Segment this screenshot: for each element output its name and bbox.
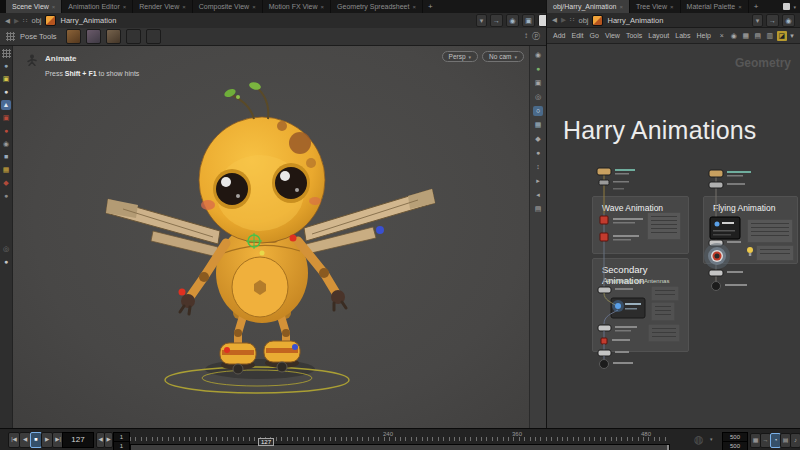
timeline-ruler[interactable] <box>130 437 668 441</box>
jump-icon[interactable]: → <box>766 14 779 27</box>
shelf-tool-icon[interactable]: ● <box>1 87 11 97</box>
close-icon[interactable]: × <box>412 4 416 10</box>
network-canvas[interactable]: Geometry Harry Animations Wave Animation… <box>547 44 800 428</box>
sticky-note[interactable] <box>648 324 680 342</box>
menu-add[interactable]: Add <box>553 32 565 39</box>
wave-node-chain[interactable] <box>597 168 643 287</box>
tab-animation-editor[interactable]: Animation Editor × <box>62 0 133 13</box>
background-image-icon[interactable]: ▦ <box>533 120 543 130</box>
close-icon[interactable]: × <box>252 4 256 10</box>
pose-tool-icon-1[interactable] <box>66 29 81 44</box>
view-option-icon[interactable]: ▤ <box>533 204 543 214</box>
new-tab-button[interactable]: + <box>749 0 764 13</box>
lock-camera-icon[interactable]: ▣ <box>533 78 543 88</box>
sticky-note[interactable] <box>747 219 793 243</box>
path-dropdown-icon[interactable]: ▾ <box>476 14 487 27</box>
select-arrow-icon[interactable]: ▲ <box>1 100 11 110</box>
camera-persp-menu[interactable]: Persp ▾ <box>442 51 479 62</box>
jump-icon[interactable]: → <box>490 14 503 27</box>
menu-help[interactable]: Help <box>696 32 710 39</box>
new-tab-button[interactable]: + <box>423 0 438 13</box>
pose-tool-icon-2[interactable] <box>86 29 101 44</box>
menu-layout[interactable]: Layout <box>648 32 669 39</box>
path-pin-icon[interactable]: ∷ <box>23 17 27 25</box>
list-icon[interactable]: ▤ <box>753 31 763 41</box>
shelf-tool-icon[interactable]: ◆ <box>1 178 11 188</box>
playback-range-slider[interactable] <box>130 444 670 450</box>
flying-node-chain[interactable] <box>704 170 753 291</box>
close-icon[interactable]: × <box>123 4 127 10</box>
pose-tool-icon-3[interactable] <box>106 29 121 44</box>
tab-geometry-spreadsheet[interactable]: Geometry Spreadsheet × <box>331 0 423 13</box>
sort-order-icon[interactable]: ↕ <box>524 31 528 42</box>
menu-edit[interactable]: Edit <box>571 32 583 39</box>
menu-go[interactable]: Go <box>590 32 599 39</box>
lock-icon[interactable]: ▣ <box>1 113 11 123</box>
secondary-node-chain[interactable] <box>598 287 645 369</box>
snapshot-icon[interactable]: ◪ <box>777 31 787 41</box>
view-option-icon[interactable]: ▸ <box>533 176 543 186</box>
menu-labs[interactable]: Labs <box>675 32 690 39</box>
columns-icon[interactable]: ▥ <box>765 31 775 41</box>
close-icon[interactable]: × <box>52 4 56 10</box>
view-option-icon[interactable]: ◂ <box>533 190 543 200</box>
sticky-note[interactable] <box>651 302 675 321</box>
playhead-marker[interactable]: 127 <box>258 430 274 448</box>
path-pin-icon[interactable]: ∷ <box>570 16 574 24</box>
shelf-tool-icon[interactable]: ▣ <box>1 74 11 84</box>
step-forward-button[interactable]: ▶ <box>104 432 113 448</box>
path-context[interactable]: obj <box>31 16 41 25</box>
shelf-tool-icon[interactable]: ◎ <box>1 244 11 254</box>
path-node-name[interactable]: Harry_Animation <box>60 16 116 25</box>
forward-icon[interactable]: ▶ <box>561 16 566 24</box>
more-menu-icon[interactable]: ▾ <box>789 31 795 41</box>
playbar-options-caret[interactable]: ▾ <box>710 436 713 442</box>
path-dropdown-icon[interactable]: ▾ <box>752 14 763 27</box>
back-icon[interactable]: ◀ <box>5 17 10 25</box>
grid-icon[interactable]: ▦ <box>741 31 751 41</box>
global-end-field[interactable]: 500 <box>722 441 748 450</box>
shelf-tool-icon[interactable]: ▦ <box>1 165 11 175</box>
close-icon[interactable]: × <box>670 4 674 10</box>
shelf-tool-icon[interactable]: ● <box>1 191 11 201</box>
robot-character[interactable] <box>68 81 488 441</box>
tab-render-view[interactable]: Render View × <box>133 0 192 13</box>
shelf-tool-icon[interactable]: ● <box>1 257 11 267</box>
shelf-tool-icon[interactable]: ◉ <box>1 139 11 149</box>
snap-icon[interactable]: ● <box>533 64 543 74</box>
no-cam-menu[interactable]: No cam ▾ <box>482 51 524 62</box>
tab-material-palette[interactable]: Material Palette × <box>681 0 749 13</box>
menu-view[interactable]: View <box>605 32 620 39</box>
tab-scene-view[interactable]: Scene View × <box>6 0 62 13</box>
shelf-tool-icon[interactable]: ■ <box>1 152 11 162</box>
tab-composite-view[interactable]: Composite View × <box>193 0 263 13</box>
shelf-tool-icon[interactable]: ● <box>1 61 11 71</box>
shelf-grip-handle[interactable] <box>2 49 11 58</box>
tab-network-harry-animation[interactable]: obj/Harry_Animation × <box>547 0 630 13</box>
menu-tools[interactable]: Tools <box>626 32 642 39</box>
lighting-icon[interactable]: ○ <box>533 106 543 116</box>
view-option-icon[interactable]: ● <box>533 148 543 158</box>
sticky-note[interactable] <box>651 286 679 301</box>
path-node-name[interactable]: Harry_Animation <box>607 16 663 25</box>
back-icon[interactable]: ◀ <box>552 16 557 24</box>
scene-viewport[interactable]: Animate Press Shift + F1 to show hints P… <box>13 46 546 428</box>
close-icon[interactable]: × <box>182 4 186 10</box>
forward-icon[interactable]: ▶ <box>14 17 19 25</box>
pane-maximize-icon[interactable] <box>783 3 790 10</box>
close-icon[interactable]: × <box>321 4 325 10</box>
target-icon[interactable]: ◉ <box>506 14 519 27</box>
right-wing[interactable] <box>304 189 435 254</box>
snap-icon[interactable]: ◉ <box>729 31 739 41</box>
path-context[interactable]: obj <box>578 16 588 25</box>
global-start-field[interactable]: 1 <box>113 441 130 450</box>
tab-motion-fx-view[interactable]: Motion FX View × <box>263 0 331 13</box>
pane-menu-icon[interactable]: ▾ <box>793 4 796 10</box>
tab-tree-view[interactable]: Tree View × <box>630 0 681 13</box>
shelf-tool-icon[interactable]: ● <box>1 126 11 136</box>
pose-tool-icon-5[interactable] <box>146 29 161 44</box>
audio-icon[interactable]: ♪ <box>790 433 800 448</box>
sticky-note[interactable] <box>647 212 681 240</box>
current-frame-field[interactable]: 127 <box>62 432 94 448</box>
sticky-note[interactable] <box>756 245 794 261</box>
